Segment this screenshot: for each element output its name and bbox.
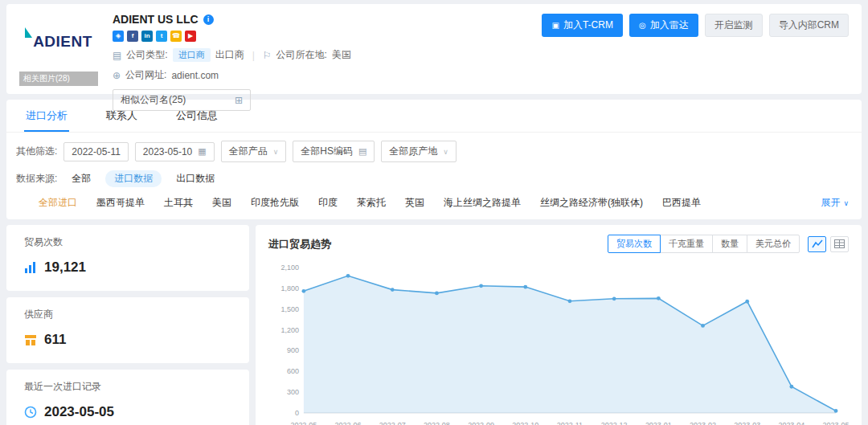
region-filter[interactable]: 全部进口 xyxy=(39,196,77,210)
radar-icon: ◎ xyxy=(639,21,646,30)
date-end-input[interactable]: 2023-05-10 ▦ xyxy=(135,142,215,161)
facebook-icon[interactable]: f xyxy=(127,31,138,42)
line-chart-view-button[interactable] xyxy=(808,236,826,252)
table-icon xyxy=(834,239,845,248)
company-logo[interactable]: ADIENT 相关图片(28) xyxy=(19,12,98,86)
adient-logo-mark: ADIENT xyxy=(19,12,98,51)
clock-icon xyxy=(24,406,37,419)
location-value: 美国 xyxy=(332,48,351,62)
tab-import-analysis[interactable]: 进口分析 xyxy=(24,100,69,132)
twitter-icon[interactable]: t xyxy=(156,31,167,42)
add-tcrm-button[interactable]: ▣ 加入T-CRM xyxy=(542,14,622,37)
import-crm-button[interactable]: 导入内部CRM xyxy=(769,14,849,37)
region-filter[interactable]: 海上丝绸之路提单 xyxy=(444,196,521,210)
website-value[interactable]: adient.com xyxy=(171,70,219,81)
stat-card-trade-count[interactable]: 贸易次数 19,121 xyxy=(6,225,249,291)
region-filter[interactable]: 英国 xyxy=(405,196,424,210)
analysis-panel: 进口分析 联系人 公司信息 其他筛选: 2022-05-11 2023-05-1… xyxy=(6,100,862,219)
similar-company-selector[interactable]: 相似公司名(25) ⊞ xyxy=(113,89,251,111)
company-header: ADIENT 相关图片(28) ADIENT US LLC i ◈ f in t… xyxy=(6,4,862,94)
stat-card-last-import[interactable]: 最近一次进口记录 2023-05-05 xyxy=(6,370,249,425)
region-filter[interactable]: 莱索托 xyxy=(357,196,386,210)
toggle-usd-total[interactable]: 美元总价 xyxy=(747,235,800,253)
region-filter[interactable]: 印度 xyxy=(318,196,338,210)
page: ADIENT 相关图片(28) ADIENT US LLC i ◈ f in t… xyxy=(0,0,868,425)
share-icon[interactable]: ◈ xyxy=(113,31,124,42)
svg-text:2022-10: 2022-10 xyxy=(512,421,538,425)
svg-text:2023-01: 2023-01 xyxy=(645,421,672,425)
divider: | xyxy=(252,50,255,61)
bar-chart-icon xyxy=(24,261,37,274)
chart-title: 进口贸易趋势 xyxy=(268,237,331,251)
svg-text:300: 300 xyxy=(287,388,299,396)
logo-text: ADIENT xyxy=(33,33,92,51)
stat-label: 贸易次数 xyxy=(24,235,231,249)
start-monitor-button[interactable]: 开启监测 xyxy=(705,14,763,37)
linkedin-icon[interactable]: in xyxy=(141,31,153,42)
company-type-icon: ▤ xyxy=(113,50,121,61)
svg-text:2023-05: 2023-05 xyxy=(823,421,849,425)
region-filter[interactable]: 丝绸之路经济带(独联体) xyxy=(540,196,643,210)
list-icon: ▤ xyxy=(358,146,366,157)
exporter-text[interactable]: 出口商 xyxy=(215,48,244,62)
svg-text:600: 600 xyxy=(287,367,299,375)
region-filter[interactable]: 土耳其 xyxy=(164,196,193,210)
filter-label: 其他筛选: xyxy=(16,145,57,158)
svg-text:1,200: 1,200 xyxy=(280,326,298,334)
expand-box-icon: ⊞ xyxy=(235,95,243,106)
stat-value: 2023-05-05 xyxy=(44,404,114,420)
website-label: 公司网址: xyxy=(125,68,166,82)
product-select[interactable]: 全部产品 ∨ xyxy=(221,141,287,162)
data-source-section: 数据来源: 全部 进口数据 出口数据 全部进口 墨西哥提单 土耳其 美国 印度抢… xyxy=(6,162,862,219)
logo-triangle-icon xyxy=(25,27,32,38)
hs-code-input[interactable]: 全部HS编码 ▤ xyxy=(293,141,375,162)
region-filter[interactable]: 巴西提单 xyxy=(662,196,701,210)
add-radar-button[interactable]: ◎ 加入雷达 xyxy=(629,14,698,37)
website-icon: ⊕ xyxy=(113,70,121,81)
svg-text:2023-04: 2023-04 xyxy=(778,421,805,425)
svg-text:0: 0 xyxy=(295,409,299,417)
svg-text:2022-05: 2022-05 xyxy=(290,421,317,425)
company-name: ADIENT US LLC xyxy=(113,13,199,26)
svg-text:1,800: 1,800 xyxy=(280,284,298,292)
stat-card-suppliers[interactable]: 供应商 611 xyxy=(6,297,249,363)
expand-link[interactable]: 展开 ∨ xyxy=(821,196,852,210)
source-import-data[interactable]: 进口数据 xyxy=(105,170,162,187)
tcrm-icon: ▣ xyxy=(551,21,559,30)
header-actions: ▣ 加入T-CRM ◎ 加入雷达 开启监测 导入内部CRM xyxy=(542,14,849,37)
toggle-trade-count[interactable]: 贸易次数 xyxy=(608,235,661,253)
toggle-kg-weight[interactable]: 千克重量 xyxy=(660,235,713,253)
view-switchers xyxy=(808,236,849,252)
related-images-label[interactable]: 相关图片(28) xyxy=(19,72,98,86)
svg-text:2022-11: 2022-11 xyxy=(557,421,583,425)
date-start-input[interactable]: 2022-05-11 xyxy=(63,142,129,161)
svg-text:2022-06: 2022-06 xyxy=(335,421,362,425)
region-filter[interactable]: 美国 xyxy=(212,196,231,210)
source-all[interactable]: 全部 xyxy=(72,172,91,186)
stat-value: 19,121 xyxy=(44,259,86,276)
region-filter[interactable]: 印度抢先版 xyxy=(251,196,299,210)
table-view-button[interactable] xyxy=(830,236,849,252)
info-icon[interactable]: i xyxy=(203,14,214,25)
toggle-quantity[interactable]: 数量 xyxy=(712,235,747,253)
filter-bar: 其他筛选: 2022-05-11 2023-05-10 ▦ 全部产品 ∨ 全部H… xyxy=(6,133,862,162)
stat-label: 供应商 xyxy=(24,308,231,321)
phone-icon[interactable]: ☎ xyxy=(170,31,182,42)
stat-label: 最近一次进口记录 xyxy=(24,380,231,394)
importer-tag[interactable]: 进口商 xyxy=(173,48,211,62)
line-chart-icon xyxy=(812,239,823,249)
similar-company-label: 相似公司名(25) xyxy=(121,93,186,107)
svg-text:2022-09: 2022-09 xyxy=(468,421,494,425)
metric-toggle-group: 贸易次数 千克重量 数量 美元总价 xyxy=(608,235,800,253)
svg-text:2022-12: 2022-12 xyxy=(601,421,628,425)
source-export-data[interactable]: 出口数据 xyxy=(176,172,215,186)
trend-chart[interactable]: 03006009001,2001,5001,8002,1002022-05202… xyxy=(268,261,849,425)
content: 贸易次数 19,121 供应商 xyxy=(6,225,862,425)
youtube-icon[interactable]: ▶ xyxy=(185,31,196,42)
calendar-icon: ▦ xyxy=(198,146,206,157)
chevron-down-icon: ∨ xyxy=(443,148,448,156)
region-filter[interactable]: 墨西哥提单 xyxy=(96,196,145,210)
origin-select[interactable]: 全部原产地 ∨ xyxy=(381,141,457,162)
location-icon: ⚐ xyxy=(263,50,272,61)
svg-text:2022-08: 2022-08 xyxy=(424,421,450,425)
